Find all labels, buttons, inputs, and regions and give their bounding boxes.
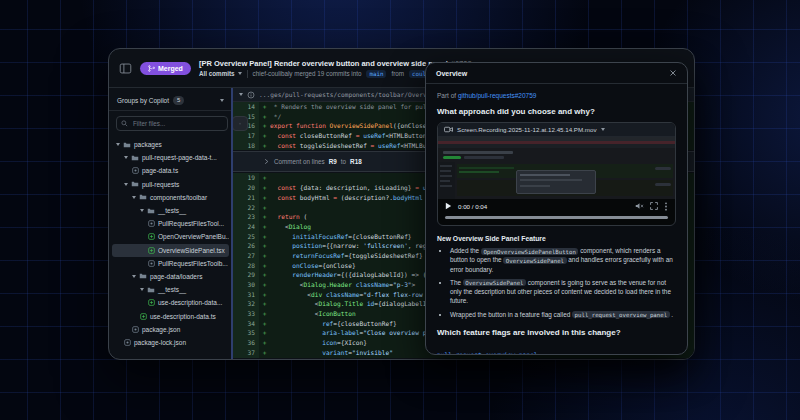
folder-icon <box>131 154 139 162</box>
comment-row-text: R9 <box>329 158 337 165</box>
diff-line-number: 23 <box>233 212 259 222</box>
folder-icon <box>147 286 155 294</box>
video-camera-icon <box>444 126 453 133</box>
diff-added-marker: + <box>259 193 270 203</box>
inline-code-chip: OverviewSidePanel <box>463 279 526 286</box>
chevron-down-icon <box>601 128 605 131</box>
comment-row-text: to <box>341 158 346 165</box>
group-by-dropdown[interactable]: Groups by Copilot 5 <box>109 92 232 110</box>
diff-added-marker: + <box>259 141 270 151</box>
tree-file-item[interactable]: OverviewSidePanel.tsx <box>112 244 229 257</box>
video-scrubber[interactable] <box>445 216 668 219</box>
diff-line-number: 33 <box>233 309 259 319</box>
tree-folder-item[interactable]: pull-requests <box>112 178 229 191</box>
chevron-down-icon <box>124 156 128 159</box>
thumb-text-bar <box>443 151 513 154</box>
play-icon[interactable] <box>445 202 452 210</box>
kebab-menu-icon[interactable] <box>664 202 668 211</box>
tree-item-label: page-data/loaders <box>150 273 202 280</box>
inline-code-chip: OpenOverviewSidePanelButton <box>481 248 578 255</box>
close-icon[interactable] <box>669 69 677 77</box>
folder-icon <box>131 180 139 188</box>
group-by-label: Groups by Copilot <box>117 97 169 104</box>
fullscreen-icon[interactable] <box>650 202 658 210</box>
tree-item-label: PullRequestFilesTool... <box>158 220 224 227</box>
tree-item-label: __tests__ <box>158 286 186 293</box>
thumb-menu-line <box>520 179 582 181</box>
tree-file-item[interactable]: OpenOverviewPanelBu... <box>112 230 229 243</box>
tree-item-label: use-description-data.ts <box>150 313 216 320</box>
diff-added-marker: + <box>259 290 270 300</box>
filter-options-button[interactable] <box>232 116 248 131</box>
tree-file-item[interactable]: use-description-data... <box>112 296 229 309</box>
tree-item-label: __tests__ <box>158 207 186 214</box>
diff-line-number: 18 <box>233 141 259 151</box>
diff-line-number: 27 <box>233 251 259 261</box>
tree-item-label: components/toolbar <box>150 194 207 201</box>
tree-folder-item[interactable]: __tests__ <box>112 283 229 296</box>
video-controls: 0:00 / 0:04 <box>438 199 675 213</box>
tree-file-item[interactable]: page-data.ts <box>112 164 229 177</box>
tree-folder-item[interactable]: __tests__ <box>112 204 229 217</box>
merge-summary-from: from <box>391 70 404 77</box>
tree-item-label: packages <box>134 141 162 148</box>
tree-file-item[interactable]: use-description-data.ts <box>112 309 229 322</box>
tree-item-label: pull-request-page-data-t... <box>142 154 217 161</box>
thumb-browser-navbar <box>438 144 675 148</box>
tree-folder-item[interactable]: page-data/loaders <box>112 270 229 283</box>
merged-status-badge: Merged <box>140 62 191 75</box>
diff-line-number: 22 <box>233 203 259 213</box>
diff-added-marker: + <box>259 338 270 348</box>
overview-panel: Overview Part of github/pull-requests#20… <box>425 62 688 355</box>
inline-code-chip: OverviewSidePanel <box>503 257 566 264</box>
diff-added-marker: + <box>259 251 270 261</box>
filter-files-field[interactable] <box>131 119 223 128</box>
diff-added-marker: + <box>259 348 270 358</box>
diff-line-number: 26 <box>233 241 259 251</box>
tree-folder-item[interactable]: packages <box>112 138 229 151</box>
folder-icon <box>139 272 147 280</box>
tree-file-item[interactable]: package.json <box>112 323 229 336</box>
chevron-down-icon <box>140 288 144 291</box>
tree-file-item[interactable]: PullRequestFilesTool... <box>112 217 229 230</box>
feature-flag-link[interactable]: pull_request_overview_panel <box>437 351 538 354</box>
diff-line-number: 19 <box>233 173 259 183</box>
diff-added-marker: + <box>259 299 270 309</box>
chevron-down-icon <box>124 183 128 186</box>
folder-icon <box>139 193 147 201</box>
base-branch-chip[interactable]: main <box>366 70 386 78</box>
parent-pr-link[interactable]: github/pull-requests#20759 <box>458 92 536 99</box>
video-thumbnail[interactable] <box>438 137 675 199</box>
commits-filter-dropdown[interactable]: All commits <box>199 70 242 77</box>
diff-added-marker: + <box>259 203 270 213</box>
tree-folder-item[interactable]: pull-request-page-data-t... <box>112 151 229 164</box>
diff-line-number: 28 <box>233 261 259 271</box>
tree-file-item[interactable]: package-lock.json <box>112 336 229 349</box>
diff-added-marker: + <box>259 131 270 141</box>
thumb-menu-line <box>520 174 570 176</box>
diff-modified-icon <box>124 339 131 346</box>
tree-folder-item[interactable]: components/toolbar <box>112 191 229 204</box>
folder-icon <box>147 207 155 215</box>
filter-files-input[interactable] <box>116 116 228 131</box>
tree-file-item[interactable]: PullRequestFilesToolb... <box>112 257 229 270</box>
video-header[interactable]: Screen.Recording.2025-11-12.at.12.45.14.… <box>438 123 675 137</box>
question-feature-flags: Which feature flags are involved in this… <box>437 328 676 337</box>
thumb-tree-line <box>440 165 452 167</box>
diff-added-marker: + <box>259 121 270 131</box>
diff-modified-icon <box>148 220 155 227</box>
sidebar-toggle-icon[interactable] <box>119 62 132 75</box>
inline-code-chip: pull_request_overview_panel <box>572 311 669 318</box>
overview-panel-content: Part of github/pull-requests#20759 What … <box>426 84 687 354</box>
chevron-down-icon <box>220 99 224 102</box>
desktop-background: Merged [PR Overview Panel] Render overvi… <box>0 0 800 420</box>
muted-speaker-icon[interactable] <box>635 202 644 210</box>
divider <box>247 70 248 78</box>
group-count-badge: 5 <box>173 96 184 105</box>
thumb-text-bar <box>464 156 504 159</box>
diff-line-number: 14 <box>233 102 259 112</box>
diff-added-marker: + <box>259 319 270 329</box>
thumb-diff-line <box>459 167 514 169</box>
sidebar-resizer[interactable] <box>231 88 233 359</box>
feature-bullet: Wrapped the button in a feature flag cal… <box>450 310 676 319</box>
